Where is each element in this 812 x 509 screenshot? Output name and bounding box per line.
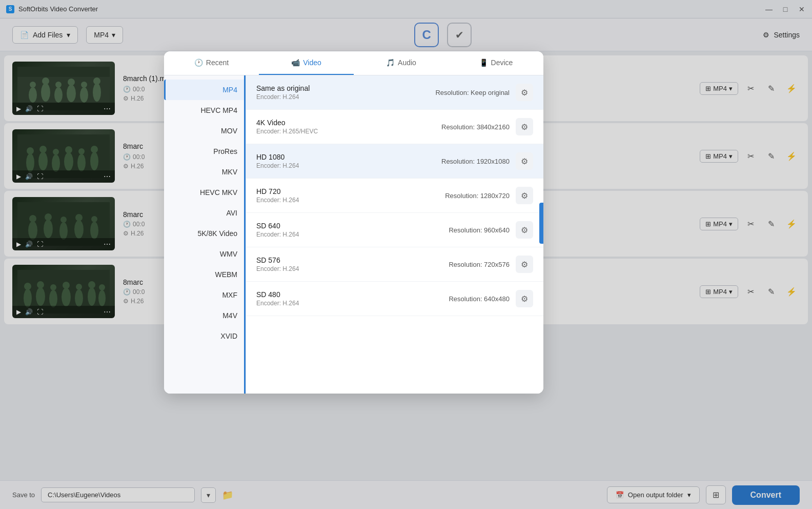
tab-video[interactable]: 📹 Video (259, 51, 354, 75)
recent-tab-icon: 🕐 (194, 58, 203, 67)
format-option-gear-button[interactable]: ⚙ (516, 118, 533, 135)
modal-body: MP4 HEVC MP4 MOV ProRes MKV HEVC MKV AVI… (164, 75, 543, 394)
format-option-encoder: Encoder: H.265/HEVC (256, 128, 441, 135)
audio-tab-label: Audio (398, 58, 416, 67)
format-option-resolution: Resolution: 720x576 (449, 261, 510, 268)
format-options-list: Same as original Encoder: H.264 Resoluti… (246, 75, 543, 394)
format-option-name: Same as original (256, 84, 435, 92)
format-option-gear-button[interactable]: ⚙ (516, 256, 533, 273)
format-option-sd576[interactable]: SD 576 Encoder: H.264 Resolution: 720x57… (246, 247, 543, 282)
format-option-resolution: Resolution: 1920x1080 (441, 158, 510, 165)
format-option-encoder: Encoder: H.264 (256, 231, 449, 238)
format-option-name: SD 480 (256, 290, 449, 299)
format-option-info: SD 480 Encoder: H.264 (256, 290, 449, 307)
sidebar-format-webm[interactable]: WEBM (164, 264, 246, 285)
format-option-info: Same as original Encoder: H.264 (256, 84, 435, 101)
device-tab-icon: 📱 (479, 58, 488, 67)
format-option-info: HD 1080 Encoder: H.264 (256, 153, 441, 169)
format-option-info: 4K Video Encoder: H.265/HEVC (256, 119, 441, 135)
format-option-gear-button[interactable]: ⚙ (516, 152, 533, 170)
scrollbar-handle[interactable] (539, 203, 543, 244)
format-option-4k[interactable]: 4K Video Encoder: H.265/HEVC Resolution:… (246, 110, 543, 144)
format-option-sd640[interactable]: SD 640 Encoder: H.264 Resolution: 960x64… (246, 213, 543, 247)
format-option-name: HD 720 (256, 187, 445, 195)
format-option-encoder: Encoder: H.264 (256, 93, 435, 101)
video-tab-icon: 📹 (291, 58, 300, 67)
audio-tab-icon: 🎵 (386, 58, 395, 67)
format-option-encoder: Encoder: H.264 (256, 162, 441, 169)
modal-overlay: 🕐 Recent 📹 Video 🎵 Audio 📱 Device MP4 (0, 0, 812, 509)
modal-tabs: 🕐 Recent 📹 Video 🎵 Audio 📱 Device (164, 51, 543, 75)
format-option-name: 4K Video (256, 119, 441, 127)
sidebar-format-m4v[interactable]: M4V (164, 305, 246, 326)
sidebar-format-wmv[interactable]: WMV (164, 244, 246, 264)
recent-tab-label: Recent (206, 58, 229, 67)
format-option-info: HD 720 Encoder: H.264 (256, 187, 445, 204)
format-option-gear-button[interactable]: ⚙ (516, 290, 533, 307)
sidebar-format-hevc-mp4[interactable]: HEVC MP4 (164, 100, 246, 121)
format-option-name: SD 640 (256, 222, 449, 230)
sidebar-format-xvid[interactable]: XVID (164, 326, 246, 346)
format-option-resolution: Resolution: 3840x2160 (441, 123, 510, 131)
modal-sidebar: MP4 HEVC MP4 MOV ProRes MKV HEVC MKV AVI… (164, 75, 246, 394)
sidebar-format-mxf[interactable]: MXF (164, 285, 246, 305)
format-option-resolution: Resolution: Keep original (435, 89, 510, 96)
format-option-name: HD 1080 (256, 153, 441, 161)
format-picker-modal: 🕐 Recent 📹 Video 🎵 Audio 📱 Device MP4 (164, 51, 543, 394)
format-option-gear-button[interactable]: ⚙ (516, 84, 533, 101)
format-option-encoder: Encoder: H.264 (256, 197, 445, 204)
sidebar-format-mp4[interactable]: MP4 (164, 80, 246, 100)
format-option-hd720[interactable]: HD 720 Encoder: H.264 Resolution: 1280x7… (246, 179, 543, 213)
format-option-gear-button[interactable]: ⚙ (516, 221, 533, 239)
tab-device[interactable]: 📱 Device (449, 51, 543, 75)
sidebar-format-prores[interactable]: ProRes (164, 141, 246, 162)
format-option-encoder: Encoder: H.264 (256, 300, 449, 307)
format-option-hd1080[interactable]: HD 1080 Encoder: H.264 Resolution: 1920x… (246, 144, 543, 179)
format-option-encoder: Encoder: H.264 (256, 265, 449, 272)
format-option-sd480[interactable]: SD 480 Encoder: H.264 Resolution: 640x48… (246, 282, 543, 316)
format-option-info: SD 640 Encoder: H.264 (256, 222, 449, 238)
sidebar-format-5k8k[interactable]: 5K/8K Video (164, 223, 246, 244)
format-option-name: SD 576 (256, 256, 449, 264)
format-option-resolution: Resolution: 960x640 (449, 226, 510, 234)
format-option-gear-button[interactable]: ⚙ (516, 187, 533, 204)
tab-audio[interactable]: 🎵 Audio (354, 51, 449, 75)
format-option-resolution: Resolution: 640x480 (449, 295, 510, 303)
device-tab-label: Device (491, 58, 513, 67)
sidebar-divider (244, 75, 246, 394)
format-option-resolution: Resolution: 1280x720 (445, 192, 510, 200)
video-tab-label: Video (303, 58, 321, 67)
sidebar-format-avi[interactable]: AVI (164, 203, 246, 223)
sidebar-format-mov[interactable]: MOV (164, 121, 246, 141)
format-option-info: SD 576 Encoder: H.264 (256, 256, 449, 272)
format-option-same-as-original[interactable]: Same as original Encoder: H.264 Resoluti… (246, 75, 543, 110)
tab-recent[interactable]: 🕐 Recent (164, 51, 259, 75)
sidebar-format-hevc-mkv[interactable]: HEVC MKV (164, 182, 246, 203)
sidebar-format-mkv[interactable]: MKV (164, 162, 246, 182)
